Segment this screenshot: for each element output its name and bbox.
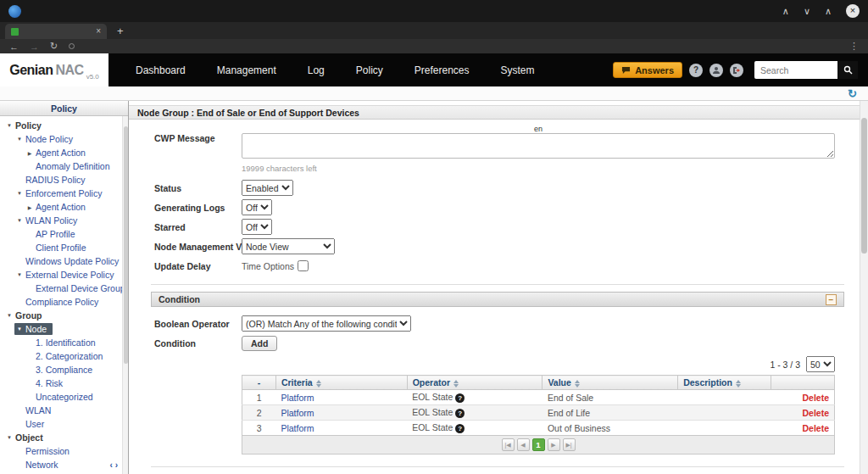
site-info-icon[interactable] bbox=[69, 43, 75, 49]
sidebar-item[interactable]: ▶Agent Action bbox=[0, 200, 128, 214]
sidebar-item-label[interactable]: External Device Policy bbox=[25, 270, 114, 280]
sidebar-item-label[interactable]: Permission bbox=[25, 446, 70, 456]
sidebar-item[interactable]: Client Profile bbox=[0, 241, 128, 254]
sidebar-item-label[interactable]: Uncategorized bbox=[36, 392, 93, 402]
sidebar-item[interactable]: User bbox=[0, 417, 128, 431]
reload-icon[interactable]: ↻ bbox=[50, 41, 58, 52]
sidebar-item[interactable]: 4. Risk bbox=[0, 376, 128, 390]
nav-item-log[interactable]: Log bbox=[308, 64, 325, 76]
sidebar-item[interactable]: Windows Update Policy bbox=[0, 254, 128, 268]
answers-button[interactable]: Answers bbox=[613, 62, 682, 78]
sidebar-item[interactable]: ▼Policy bbox=[0, 119, 128, 132]
sidebar-item-label[interactable]: WLAN bbox=[25, 405, 51, 415]
sidebar-item[interactable]: ▼Object bbox=[0, 431, 128, 444]
sidebar-item[interactable]: WLAN bbox=[0, 404, 128, 417]
delete-link[interactable]: Delete bbox=[802, 393, 829, 403]
criteria-link[interactable]: Platform bbox=[281, 408, 314, 418]
sidebar-item-label[interactable]: Policy bbox=[15, 120, 42, 131]
page-scrollbar-thumb[interactable] bbox=[861, 118, 867, 254]
help-icon[interactable]: ? bbox=[455, 409, 465, 418]
next-page-button[interactable]: ▶ bbox=[548, 438, 560, 451]
sidebar-item[interactable]: Compliance Policy bbox=[0, 295, 128, 309]
sidebar-item-label[interactable]: 2. Categorization bbox=[36, 351, 103, 361]
sidebar-item-label[interactable]: Object bbox=[15, 432, 43, 443]
sidebar-item-label[interactable]: Agent Action bbox=[36, 148, 86, 158]
delete-link[interactable]: Delete bbox=[802, 408, 829, 418]
sidebar-item[interactable]: ▼Node bbox=[0, 322, 128, 336]
sort-icon[interactable] bbox=[453, 380, 459, 388]
sidebar-scrollbar[interactable] bbox=[122, 116, 128, 474]
last-page-button[interactable]: ▶| bbox=[563, 438, 576, 451]
sidebar-item-label[interactable]: Node bbox=[25, 324, 47, 334]
header-value[interactable]: Value bbox=[542, 376, 678, 390]
nav-item-system[interactable]: System bbox=[501, 64, 535, 76]
collapse-arrow-icon[interactable]: ▼ bbox=[16, 272, 23, 277]
node-management-view-select[interactable]: Node View bbox=[242, 238, 335, 254]
sidebar-item-label[interactable]: Agent Action bbox=[36, 202, 86, 212]
sidebar-item-label[interactable]: Network bbox=[25, 460, 58, 470]
collapse-section-icon[interactable]: − bbox=[826, 294, 837, 305]
sidebar-item-label[interactable]: AP Profile bbox=[36, 229, 75, 239]
sidebar-item[interactable]: Uncategorized bbox=[0, 390, 128, 404]
sidebar-item[interactable]: ▼Node Policy bbox=[0, 132, 128, 146]
sidebar-item[interactable]: Permission bbox=[0, 444, 128, 458]
status-select[interactable]: Enabled bbox=[242, 180, 293, 196]
cwp-message-textarea[interactable] bbox=[242, 133, 835, 159]
sidebar-item[interactable]: ▼WLAN Policy bbox=[0, 214, 128, 227]
help-icon[interactable]: ? bbox=[455, 393, 465, 403]
sidebar-item-label[interactable]: 3. Compliance bbox=[36, 365, 92, 375]
collapse-arrow-icon[interactable]: ▼ bbox=[16, 218, 23, 223]
cwp-language-tab[interactable]: en bbox=[531, 125, 546, 133]
logout-icon[interactable] bbox=[730, 64, 743, 77]
sidebar-item[interactable]: ▼Group bbox=[0, 309, 128, 322]
header-operator[interactable]: Operator bbox=[407, 376, 542, 390]
sidebar-item[interactable]: Anomaly Definition bbox=[0, 159, 128, 173]
sidebar-item-label[interactable]: User bbox=[25, 419, 44, 429]
sidebar-item-label[interactable]: Client Profile bbox=[36, 243, 86, 253]
collapse-arrow-icon[interactable]: ▼ bbox=[16, 326, 23, 332]
collapse-arrow-icon[interactable]: ▼ bbox=[6, 313, 13, 318]
sidebar-item-label[interactable]: Group bbox=[15, 310, 42, 321]
sidebar-item[interactable]: 3. Compliance bbox=[0, 363, 128, 376]
nav-item-dashboard[interactable]: Dashboard bbox=[136, 64, 186, 76]
sidebar-item[interactable]: External Device Group bbox=[0, 282, 128, 295]
sidebar-item-label[interactable]: WLAN Policy bbox=[25, 215, 77, 226]
sidebar-item[interactable]: 2. Categorization bbox=[0, 349, 128, 363]
generating-logs-select[interactable]: Off bbox=[242, 199, 272, 215]
browser-menu-icon[interactable]: ⋮ bbox=[849, 41, 859, 52]
sort-icon[interactable] bbox=[575, 380, 580, 388]
delete-link[interactable]: Delete bbox=[802, 423, 829, 433]
chevron-up-icon[interactable]: ∧ bbox=[782, 6, 789, 17]
expand-arrow-icon[interactable]: ▶ bbox=[26, 150, 33, 156]
sidebar-item[interactable]: 1. Identification bbox=[0, 336, 128, 349]
sidebar-item-label[interactable]: Enforcement Policy bbox=[25, 188, 102, 198]
current-page-button[interactable]: 1 bbox=[532, 438, 545, 451]
sidebar-item-label[interactable]: 1. Identification bbox=[36, 337, 96, 348]
user-icon[interactable] bbox=[709, 64, 723, 77]
sidebar-item[interactable]: AP Profile bbox=[0, 227, 128, 241]
search-input[interactable] bbox=[754, 61, 837, 79]
criteria-link[interactable]: Platform bbox=[281, 423, 314, 433]
sidebar-item-label[interactable]: 4. Risk bbox=[36, 378, 63, 388]
chevron-down-icon[interactable]: ∨ bbox=[804, 6, 810, 17]
search-button[interactable] bbox=[837, 61, 858, 79]
header-criteria[interactable]: Criteria bbox=[275, 376, 407, 390]
time-options-checkbox[interactable] bbox=[298, 260, 309, 271]
page-scrollbar[interactable] bbox=[860, 101, 868, 474]
expand-arrow-icon[interactable]: ▶ bbox=[26, 204, 33, 210]
collapse-arrow-icon[interactable]: ▼ bbox=[6, 435, 13, 440]
nav-item-management[interactable]: Management bbox=[217, 64, 276, 76]
collapse-arrow-icon[interactable]: ▼ bbox=[16, 191, 23, 196]
window-close-icon[interactable]: × bbox=[846, 4, 860, 18]
back-icon[interactable]: ← bbox=[9, 42, 19, 52]
refresh-icon[interactable]: ↻ bbox=[848, 88, 857, 99]
tab-close-icon[interactable]: × bbox=[96, 27, 101, 36]
add-condition-button[interactable]: Add bbox=[242, 336, 277, 351]
nav-item-policy[interactable]: Policy bbox=[356, 64, 383, 76]
help-icon[interactable]: ? bbox=[455, 424, 465, 433]
browser-tab[interactable]: × bbox=[5, 24, 107, 39]
first-page-button[interactable]: |◀ bbox=[502, 438, 515, 451]
sidebar-item[interactable]: ▼Enforcement Policy bbox=[0, 187, 128, 200]
sidebar-item[interactable]: Network‹ › bbox=[0, 458, 128, 471]
collapse-arrow-icon[interactable]: ▼ bbox=[16, 137, 23, 142]
